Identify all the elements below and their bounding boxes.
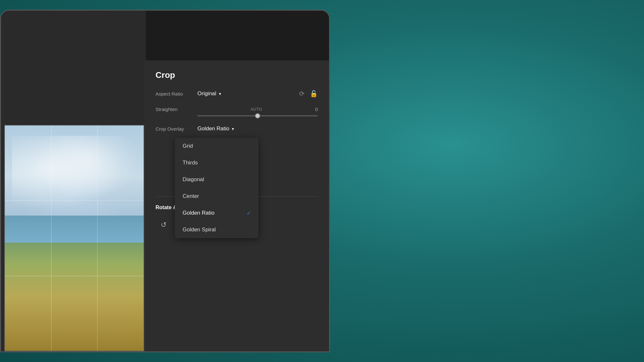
device-screen: Crop Aspect Ratio Original ▾ ⟳ 🔓 Stra: [1, 11, 329, 351]
aspect-ratio-value: Original: [197, 90, 216, 97]
crop-overlay-value: Golden Ratio: [197, 125, 229, 132]
dropdown-item-diagonal-label: Diagonal: [183, 176, 204, 183]
dropdown-item-grid-label: Grid: [183, 143, 193, 149]
device-frame: Crop Aspect Ratio Original ▾ ⟳ 🔓 Stra: [0, 10, 330, 352]
swap-icon[interactable]: ⟳: [299, 90, 305, 97]
cloud-area: [5, 125, 144, 227]
straighten-row: Straighten AUTO 0: [156, 107, 318, 116]
slider-fill: [197, 115, 258, 116]
crop-overlay-dropdown: Grid Thirds Diagonal Center Golden Ratio…: [175, 138, 259, 238]
aspect-ratio-label: Aspect Ratio: [156, 91, 197, 97]
aspect-ratio-chevron: ▾: [219, 91, 221, 96]
land-area: [5, 243, 144, 351]
panel-title: Crop: [156, 70, 318, 80]
panel-area: Crop Aspect Ratio Original ▾ ⟳ 🔓 Stra: [144, 60, 329, 351]
crop-overlay-label: Crop Overlay: [156, 126, 197, 132]
water-area: [5, 216, 144, 243]
dropdown-item-golden-spiral[interactable]: Golden Spiral: [175, 221, 259, 238]
golden-ratio-checkmark: ✓: [247, 210, 251, 216]
photo-image: [4, 125, 144, 351]
auto-label: AUTO: [197, 107, 315, 112]
panel-icons: ⟳ 🔓: [299, 90, 318, 97]
slider-container: [156, 115, 318, 116]
dropdown-item-center[interactable]: Center: [175, 188, 259, 205]
straighten-top: Straighten AUTO 0: [156, 107, 318, 112]
aspect-ratio-select[interactable]: Original ▾: [197, 90, 299, 97]
dropdown-item-golden-spiral-label: Golden Spiral: [183, 227, 216, 233]
dropdown-item-thirds[interactable]: Thirds: [175, 154, 259, 171]
cloud-layer: [12, 136, 137, 217]
photo-area: [1, 11, 146, 351]
aspect-ratio-row: Aspect Ratio Original ▾ ⟳ 🔓: [156, 90, 318, 97]
dropdown-item-grid[interactable]: Grid: [175, 138, 259, 154]
straighten-value: 0: [315, 107, 318, 112]
slider-track[interactable]: [197, 115, 318, 116]
dropdown-item-golden-ratio-label: Golden Ratio: [183, 210, 214, 216]
dropdown-item-diagonal[interactable]: Diagonal: [175, 171, 259, 188]
slider-thumb[interactable]: [255, 113, 260, 118]
lock-icon[interactable]: 🔓: [310, 90, 318, 97]
dropdown-item-golden-ratio[interactable]: Golden Ratio ✓: [175, 205, 259, 221]
straighten-label: Straighten: [156, 107, 197, 112]
crop-overlay-row: Crop Overlay Golden Ratio ▾ Grid Thirds …: [156, 125, 318, 132]
crop-overlay-select[interactable]: Golden Ratio ▾: [197, 125, 234, 132]
crop-overlay-chevron: ▾: [232, 126, 234, 131]
rotate-ccw-button[interactable]: ↺: [156, 217, 172, 233]
dropdown-item-center-label: Center: [183, 193, 199, 200]
dropdown-item-thirds-label: Thirds: [183, 160, 198, 166]
